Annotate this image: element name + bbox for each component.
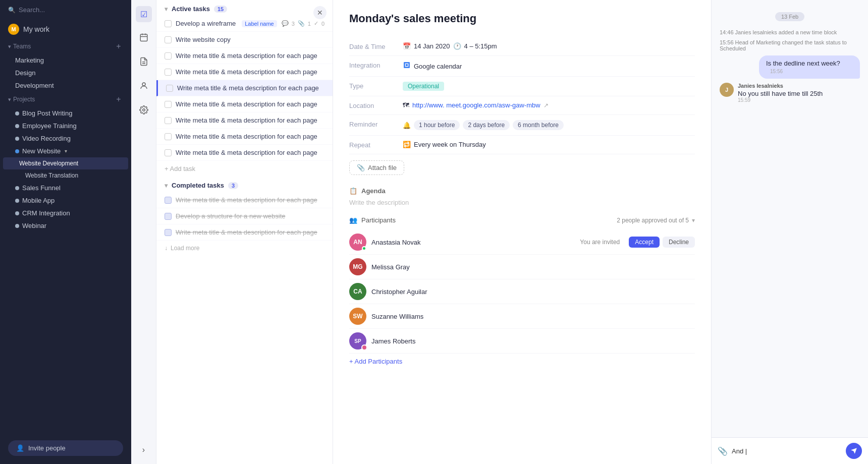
participants-header: 👥 Participants 2 people approved out of … xyxy=(349,216,695,224)
agenda-description[interactable]: Write the description xyxy=(349,199,695,206)
agenda-header: 📋 Agenda xyxy=(349,187,695,195)
reply-avatar: J xyxy=(720,83,734,97)
sidebar-item-blog-post-writing[interactable]: Blog Post Writing xyxy=(3,107,128,120)
svg-rect-0 xyxy=(140,34,147,41)
comment-count: 3 xyxy=(292,21,295,27)
chat-input[interactable] xyxy=(732,447,842,455)
attach-file-button[interactable]: 📎 Attach file xyxy=(349,160,404,175)
sidebar-item-webinar[interactable]: Webinar xyxy=(3,219,128,232)
add-participants-button[interactable]: + Add Participants xyxy=(349,354,695,369)
chevron-down-participants[interactable]: ▾ xyxy=(692,217,695,224)
sidebar-item-website-development[interactable]: Website Development xyxy=(3,157,128,169)
my-work-item[interactable]: M My work xyxy=(0,20,131,39)
development-label: Development xyxy=(15,82,54,89)
reminder-chip-2[interactable]: 2 days before xyxy=(463,120,510,130)
collapse-panel-button[interactable]: › xyxy=(136,442,152,458)
participant-name: Suzanne Williams xyxy=(371,313,695,320)
sidebar-item-sales-funnel[interactable]: Sales Funnel xyxy=(3,182,128,194)
attach-icon[interactable]: 📎 xyxy=(718,446,728,456)
send-button[interactable] xyxy=(846,443,862,459)
repeat-value: 🔁 Every week on Thursday xyxy=(403,141,486,148)
add-task-button[interactable]: + Add task xyxy=(156,161,333,177)
task-checkbox[interactable] xyxy=(165,133,172,140)
document-icon-button[interactable] xyxy=(136,54,152,71)
date-time-row: Date & Time 📅 14 Jan 2020 🕐 4 – 5:15pm xyxy=(349,37,695,56)
chevron-down-icon: ▾ xyxy=(8,43,11,50)
task-checkbox[interactable] xyxy=(165,229,172,236)
settings-icon-button[interactable] xyxy=(136,103,152,119)
reminder-chip-3[interactable]: 6 month before xyxy=(513,120,564,130)
reply-time: 15:59 xyxy=(738,97,823,103)
projects-section-header: ▾ Projects + xyxy=(0,92,131,107)
sidebar-item-website-translation[interactable]: Website Translation xyxy=(3,169,128,182)
invite-people-button[interactable]: 👤 Invite people xyxy=(8,440,123,456)
marketing-label: Marketing xyxy=(15,56,44,64)
sidebar-item-employee-training[interactable]: Employee Training xyxy=(3,120,128,132)
load-more-button[interactable]: ↓ Load more xyxy=(156,241,333,256)
date-value: 14 Jan 2020 xyxy=(414,42,450,50)
sidebar-item-development[interactable]: Development xyxy=(3,79,128,92)
task-checkbox[interactable] xyxy=(165,101,172,108)
task-checkbox[interactable] xyxy=(165,117,172,124)
task-row[interactable]: Develop a wireframe Label name 💬 3 📎 1 ✓… xyxy=(156,16,333,32)
chat-bubble: Is the dedline next week? 15:56 xyxy=(759,55,860,79)
sidebar-item-mobile-app[interactable]: Mobile App xyxy=(3,194,128,207)
attach-label: Attach file xyxy=(368,164,397,171)
sidebar-item-video-recording[interactable]: Video Recording xyxy=(3,132,128,145)
calendar-icon-button[interactable] xyxy=(136,30,152,46)
chat-bubble-container: Is the dedline next week? 15:56 xyxy=(720,55,860,79)
task-row-completed[interactable]: Develop a structure for a new website xyxy=(156,208,333,224)
participants-label: 👥 Participants xyxy=(349,216,396,224)
task-checkbox[interactable] xyxy=(165,69,172,76)
task-row[interactable]: Write meta title & meta description for … xyxy=(156,145,333,161)
accept-button[interactable]: Accept xyxy=(629,237,660,248)
reply-sender: Janies lesalnieks xyxy=(738,83,823,89)
task-checkbox[interactable] xyxy=(165,197,172,204)
clock-icon: 🕐 xyxy=(453,42,461,50)
task-checkbox[interactable] xyxy=(166,85,173,92)
detail-panel: Monday's sales meeting Date & Time 📅 14 … xyxy=(333,0,712,464)
chevron-down-icon-projects: ▾ xyxy=(8,96,11,103)
reminder-chip-1[interactable]: 1 hour before xyxy=(414,120,460,130)
repeat-row: Repeat 🔁 Every week on Thursday xyxy=(349,136,695,154)
person-invite-icon: 👤 xyxy=(16,444,24,452)
tasks-icon-button[interactable]: ☑ xyxy=(136,6,152,22)
sidebar-item-new-website[interactable]: New Website ▾ xyxy=(3,145,128,157)
search-bar[interactable]: 🔍 Search... xyxy=(0,0,131,20)
task-label: Write meta title & meta description for … xyxy=(176,133,317,140)
task-checkbox[interactable] xyxy=(165,149,172,156)
task-row-completed[interactable]: Write meta title & meta description for … xyxy=(156,224,333,241)
task-row[interactable]: Write meta title & meta description for … xyxy=(156,112,333,129)
person-icon-button[interactable] xyxy=(136,79,152,95)
integration-row: Integration Google calendar xyxy=(349,56,695,77)
integration-label: Integration xyxy=(349,61,395,69)
task-row-highlighted[interactable]: Write meta title & meta description for … xyxy=(156,80,333,96)
task-row[interactable]: Write website copy xyxy=(156,32,333,48)
task-checkbox[interactable] xyxy=(165,213,172,220)
date-time-label: Date & Time xyxy=(349,42,395,50)
svg-point-6 xyxy=(142,83,145,86)
checkbox-icon: ☑ xyxy=(140,10,147,19)
location-link[interactable]: http://www. meet.google.com/asw-gaw-mbw xyxy=(412,101,540,109)
participants-icon: 👥 xyxy=(349,216,357,224)
task-row[interactable]: Write meta title & meta description for … xyxy=(156,96,333,112)
close-button[interactable]: ✕ xyxy=(313,6,327,19)
sidebar-item-design[interactable]: Design xyxy=(3,67,128,79)
sidebar-item-crm-integration[interactable]: CRM Integration xyxy=(3,207,128,219)
task-row[interactable]: Write meta title & meta description for … xyxy=(156,48,333,64)
collapse-completed-icon[interactable]: ▾ xyxy=(165,182,168,189)
collapse-active-icon[interactable]: ▾ xyxy=(165,6,168,13)
add-project-button[interactable]: + xyxy=(114,95,123,104)
document-icon xyxy=(139,57,148,68)
task-checkbox[interactable] xyxy=(165,52,172,60)
completed-tasks-label: Completed tasks xyxy=(172,182,224,189)
task-row[interactable]: Write meta title & meta description for … xyxy=(156,64,333,80)
add-team-button[interactable]: + xyxy=(114,42,123,51)
sidebar-item-marketing[interactable]: Marketing xyxy=(3,54,128,67)
decline-button[interactable]: Decline xyxy=(663,237,695,248)
task-checkbox[interactable] xyxy=(165,36,172,43)
task-row-completed[interactable]: Write meta title & meta description for … xyxy=(156,192,333,208)
system-message-2: 15:56 Head of Marketing changed the task… xyxy=(720,39,860,51)
task-checkbox[interactable] xyxy=(165,20,172,27)
task-row[interactable]: Write meta title & meta description for … xyxy=(156,129,333,145)
